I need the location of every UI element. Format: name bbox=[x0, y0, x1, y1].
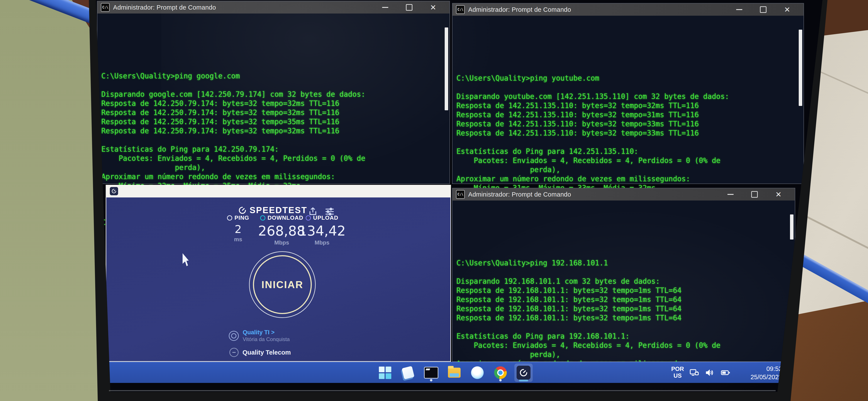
provider-logo-icon bbox=[229, 331, 239, 341]
terminal-line bbox=[457, 64, 804, 74]
terminal-line bbox=[457, 83, 804, 92]
terminal-line: Pacotes: Enviados = 4, Recebidos = 4, Pe… bbox=[457, 156, 804, 165]
window-title: Administrador: Prompt de Comando bbox=[468, 191, 571, 198]
close-button[interactable]: ✕ bbox=[429, 3, 437, 12]
minimize-button[interactable] bbox=[735, 5, 744, 14]
terminal-line: Resposta de 192.168.101.1: bytes=32 temp… bbox=[457, 313, 795, 322]
start-icon bbox=[379, 367, 391, 379]
terminal-line: Disparando youtube.com [142.251.135.110]… bbox=[457, 92, 804, 101]
chrome-button[interactable] bbox=[491, 364, 509, 382]
terminal-line: Estatísticas do Ping para 192.168.101.1: bbox=[457, 332, 795, 341]
minimize-icon bbox=[382, 7, 388, 8]
scrollbar-thumb[interactable] bbox=[445, 27, 448, 110]
terminal-lines: C:\Users\Quality>ping youtube.comDispara… bbox=[457, 37, 804, 202]
scrollbar-thumb[interactable] bbox=[790, 214, 794, 240]
file-explorer-button[interactable] bbox=[445, 364, 463, 382]
terminal-line: Disparando google.com [142.250.79.174] c… bbox=[101, 90, 450, 99]
window-titlebar[interactable] bbox=[106, 185, 450, 197]
terminal-line: Resposta de 142.251.135.110: bytes=32 te… bbox=[457, 101, 804, 110]
minimize-icon bbox=[736, 9, 742, 10]
terminal-line: Aproximar um número redondo de vezes em … bbox=[101, 172, 450, 181]
scrollbar-thumb[interactable] bbox=[799, 30, 802, 106]
maximize-button[interactable] bbox=[750, 190, 759, 199]
terminal-line: Resposta de 142.250.79.174: bytes=32 tem… bbox=[101, 108, 450, 117]
system-tray[interactable] bbox=[689, 367, 731, 379]
window-titlebar[interactable]: C:\ Administrador: Prompt de Comando ✕ bbox=[453, 3, 804, 16]
maximize-icon bbox=[406, 4, 412, 11]
terminal-line: Resposta de 192.168.101.1: bytes=32 temp… bbox=[457, 286, 795, 295]
provider-row[interactable]: Quality TI > Vitória da Conquista bbox=[229, 329, 290, 342]
speedtest-gauge-icon bbox=[238, 206, 247, 215]
cmd-window-router: C:\ Administrador: Prompt de Comando ✕ C… bbox=[452, 188, 795, 362]
isp-row[interactable]: Quality Telecom bbox=[229, 348, 291, 357]
maximize-icon bbox=[760, 6, 767, 13]
language-indicator[interactable]: POR US bbox=[669, 366, 686, 379]
provider-name[interactable]: Quality TI > bbox=[243, 329, 290, 336]
upload-unit: Mbps bbox=[289, 239, 355, 246]
file-explorer-icon bbox=[448, 368, 461, 378]
terminal-line: Resposta de 142.250.79.174: bytes=32 tem… bbox=[101, 99, 450, 108]
upload-icon bbox=[306, 215, 311, 220]
terminal-line bbox=[457, 268, 795, 277]
speedtest-gauge-icon bbox=[110, 187, 118, 195]
window-title: Administrador: Prompt de Comando bbox=[468, 6, 571, 13]
terminal-line: C:\Users\Quality>ping google.com bbox=[101, 71, 450, 81]
maximize-button[interactable] bbox=[759, 5, 768, 14]
terminal-line bbox=[457, 249, 795, 258]
search-orb-button[interactable] bbox=[468, 364, 487, 382]
terminal-line: C:\Users\Quality>ping youtube.com bbox=[457, 74, 804, 83]
minimize-icon bbox=[727, 194, 734, 195]
maximize-icon bbox=[751, 191, 758, 198]
clock-date: 25/05/2023 bbox=[741, 373, 782, 381]
task-view-button[interactable] bbox=[399, 364, 417, 382]
window-title: Administrador: Prompt de Comando bbox=[113, 4, 216, 11]
laptop-screen: C:\ Administrador: Prompt de Comando ✕ C… bbox=[96, 0, 823, 392]
terminal-line: Resposta de 142.251.135.110: bytes=32 te… bbox=[457, 119, 804, 129]
minimize-button[interactable] bbox=[381, 3, 390, 12]
download-icon bbox=[260, 215, 266, 220]
window-titlebar[interactable]: C:\ Administrador: Prompt de Comando ✕ bbox=[453, 188, 795, 201]
terminal-line: C:\Users\Quality>ping 192.168.101.1 bbox=[457, 258, 795, 268]
window-titlebar[interactable]: C:\ Administrador: Prompt de Comando ✕ bbox=[97, 1, 450, 13]
battery-icon[interactable] bbox=[720, 367, 731, 379]
terminal-line: perda), bbox=[457, 165, 804, 174]
start-test-button[interactable]: INICIAR bbox=[249, 251, 316, 318]
cmd-window-youtube: C:\ Administrador: Prompt de Comando ✕ C… bbox=[452, 3, 804, 184]
close-button[interactable]: ✕ bbox=[774, 190, 783, 199]
terminal-taskbar-button[interactable] bbox=[422, 364, 440, 382]
speedtest-taskbar-button[interactable] bbox=[515, 364, 533, 382]
terminal-line bbox=[457, 322, 795, 332]
terminal-line: perda), bbox=[457, 350, 795, 359]
terminal-icon bbox=[424, 367, 438, 378]
speedtest-logo-text: SPEEDTEST bbox=[250, 205, 307, 215]
ping-icon bbox=[227, 215, 232, 220]
cmd-icon: C:\ bbox=[456, 190, 465, 199]
cmd-window-google: C:\ Administrador: Prompt de Comando ✕ C… bbox=[97, 1, 450, 184]
terminal-line: perda), bbox=[101, 163, 450, 172]
terminal-line: Resposta de 192.168.101.1: bytes=32 temp… bbox=[457, 304, 795, 313]
terminal-line: Disparando 192.168.101.1 com 32 bytes de… bbox=[457, 277, 795, 286]
running-indicator-dot bbox=[499, 379, 502, 381]
clock[interactable]: 09:52 25/05/2023 bbox=[741, 365, 782, 381]
terminal-line: Resposta de 142.251.135.110: bytes=32 te… bbox=[457, 129, 804, 138]
isp-name: Quality Telecom bbox=[243, 349, 291, 356]
speedtest-logo: SPEEDTEST bbox=[238, 205, 307, 215]
close-button[interactable]: ✕ bbox=[783, 5, 792, 14]
maximize-button[interactable] bbox=[405, 3, 413, 12]
network-icon[interactable] bbox=[689, 367, 700, 379]
terminal-line: Resposta de 192.168.101.1: bytes=32 temp… bbox=[457, 295, 795, 304]
cmd-icon: C:\ bbox=[456, 5, 465, 14]
terminal-line bbox=[457, 138, 804, 147]
terminal-line: Resposta de 142.250.79.174: bytes=32 tem… bbox=[101, 117, 450, 126]
terminal-line bbox=[101, 135, 450, 145]
volume-icon[interactable] bbox=[705, 367, 715, 379]
green-wall-background bbox=[0, 0, 102, 401]
upload-metric: UPLOAD 134,42 Mbps bbox=[289, 214, 355, 246]
taskbar-icons bbox=[376, 364, 533, 382]
start-button[interactable] bbox=[376, 364, 394, 382]
active-window-indicator bbox=[519, 380, 528, 381]
provider-location: Vitória da Conquista bbox=[243, 336, 290, 342]
chrome-icon bbox=[494, 366, 507, 379]
minimize-button[interactable] bbox=[726, 190, 735, 199]
isp-logo-icon bbox=[229, 348, 239, 357]
